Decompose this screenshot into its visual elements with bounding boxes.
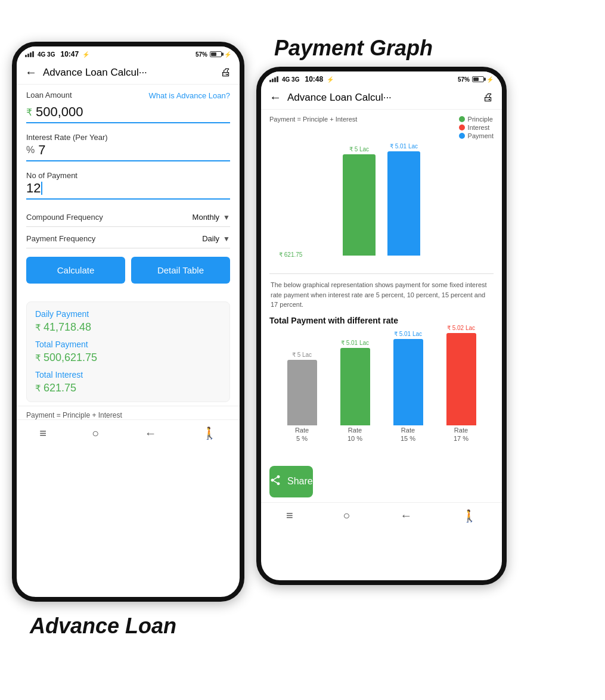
bar-10 [340, 348, 370, 425]
what-is-link[interactable]: What is Advance Loan? [148, 91, 230, 100]
chart1-bars: ₹ 621.75 ₹ 5 Lac ₹ 5.01 Lac [269, 143, 494, 274]
bottom-nav-right: ≡ ○ ← 🚶 [261, 502, 502, 529]
time-left: 10:47 [60, 50, 79, 58]
page-container: 4G 3G 10:47 ⚡ 57% ⚡ ← Advance Loan Calcu… [0, 0, 605, 700]
payment-count-field[interactable]: 12 [26, 181, 230, 200]
right-section: Payment Graph 4G 3G 10:48 ⚡ [256, 18, 593, 602]
legend-principle: Principle [459, 116, 494, 123]
status-left-right: 4G 3G 10:48 ⚡ [269, 75, 334, 83]
loan-amount-value: 500,000 [36, 104, 83, 120]
payment-freq-selector[interactable]: Daily ▼ [202, 234, 230, 243]
nav-back-left[interactable]: ← [145, 427, 157, 440]
status-bar-right: 4G 3G 10:48 ⚡ 57% ⚡ [261, 71, 502, 86]
compound-freq-selector[interactable]: Monthly ▼ [193, 213, 230, 222]
detail-table-button[interactable]: Detail Table [131, 257, 230, 284]
top-section: 4G 3G 10:47 ⚡ 57% ⚡ ← Advance Loan Calcu… [0, 0, 605, 608]
back-button-right[interactable]: ← [269, 91, 281, 104]
rate-17-label: Rate17 % [454, 426, 469, 443]
nav-user-left[interactable]: 🚶 [202, 426, 217, 440]
legend-payment: Payment [459, 132, 494, 139]
nav-menu-left[interactable]: ≡ [39, 427, 46, 440]
total-currency: ₹ [35, 353, 41, 363]
app-title-left: Advance Loan Calcul··· [43, 67, 221, 79]
battery-icon-left [210, 51, 222, 57]
battery-pct-right: 57% [458, 76, 470, 83]
share-icon [269, 474, 281, 489]
back-button-left[interactable]: ← [25, 66, 37, 79]
nav-user-right[interactable]: 🚶 [462, 509, 477, 523]
form-area-left: Loan Amount What is Advance Loan? ₹ 500,… [17, 85, 240, 298]
daily-amount: 41,718.48 [44, 321, 91, 334]
nav-home-left[interactable]: ○ [92, 427, 99, 440]
bar-group-10: ₹ 5.01 Lac Rate10 % [340, 340, 370, 425]
bar-5 [287, 360, 317, 425]
legend-dot-payment [459, 133, 465, 139]
bar-17-label: ₹ 5.02 Lac [447, 325, 475, 331]
calculate-button[interactable]: Calculate [26, 257, 125, 284]
page-title-right: Payment Graph [256, 18, 593, 61]
legend-interest: Interest [459, 124, 494, 131]
action-buttons: Calculate Detail Table [26, 257, 230, 284]
chart2-bars: ₹ 5 Lac Rate5 % ₹ 5.01 Lac Rate10 % [269, 330, 494, 449]
nav-home-right[interactable]: ○ [343, 509, 350, 522]
rate-15-label: Rate15 % [401, 426, 415, 443]
total-payment-label: Total Payment [35, 340, 221, 349]
graph-content: Payment = Principle + Interest Principle… [261, 110, 502, 461]
compound-freq-label: Compound Frequency [26, 213, 103, 222]
interest-amount: 621.75 [44, 382, 76, 394]
total-amount: 500,621.75 [44, 351, 97, 364]
phone-left: 4G 3G 10:47 ⚡ 57% ⚡ ← Advance Loan Calcu… [12, 42, 244, 602]
bar-5-label: ₹ 5 Lac [292, 351, 312, 358]
nav-back-right[interactable]: ← [400, 509, 412, 522]
bar-payment-top-label: ₹ 5.01 Lac [390, 143, 418, 150]
compound-freq-value: Monthly [193, 213, 220, 222]
bar-payment-wrapper: ₹ 5.01 Lac [387, 143, 420, 256]
compound-freq-row[interactable]: Compound Frequency Monthly ▼ [26, 208, 230, 227]
share-button[interactable]: Share [269, 466, 313, 497]
rate-10-label: Rate10 % [348, 426, 362, 443]
bar-10-label: ₹ 5.01 Lac [341, 340, 369, 346]
network-right: 4G 3G [282, 76, 299, 83]
legend-dot-interest [459, 125, 465, 130]
legend-label-payment: Payment [468, 132, 494, 139]
bar-15-label: ₹ 5.01 Lac [394, 331, 422, 337]
interest-field[interactable]: % 7 [26, 142, 230, 161]
status-left: 4G 3G 10:47 ⚡ [25, 50, 89, 58]
print-button-left[interactable]: 🖨 [221, 66, 231, 79]
chart-description: The below graphical representation shows… [269, 280, 494, 310]
status-right-right: 57% ⚡ [458, 76, 494, 83]
text-cursor [41, 182, 42, 195]
bar-principle-top-label: ₹ 5 Lac [349, 146, 369, 153]
loan-amount-field[interactable]: ₹ 500,000 [26, 104, 230, 123]
time-right: 10:48 [305, 75, 323, 83]
print-button-right[interactable]: 🖨 [483, 91, 494, 104]
payment-count-value: 12 [26, 181, 41, 196]
interest-currency: ₹ [35, 383, 41, 394]
bar-15 [393, 339, 423, 425]
loan-amount-prefix: ₹ [26, 107, 32, 118]
legend-label-principle: Principle [468, 116, 493, 123]
payment-freq-label: Payment Frequency [26, 234, 95, 243]
interest-value: 7 [38, 142, 45, 158]
loan-amount-label: Loan Amount [26, 91, 72, 99]
bar-payment [387, 151, 420, 256]
status-bar-left: 4G 3G 10:47 ⚡ 57% ⚡ [17, 46, 240, 61]
share-label: Share [287, 476, 313, 487]
app-bar-left: ← Advance Loan Calcul··· 🖨 [17, 61, 240, 85]
signal-icon-left [25, 51, 34, 57]
chart2-title: Total Payment with different rate [269, 316, 494, 325]
app-title-right: Advance Loan Calcul··· [287, 92, 483, 104]
payment-freq-row[interactable]: Payment Frequency Daily ▼ [26, 229, 230, 248]
rate-5-label: Rate5 % [295, 426, 309, 443]
chart1-bottom-label: ₹ 621.75 [279, 251, 302, 258]
interest-label: Interest Rate (Per Year) [26, 133, 108, 142]
payment-count-label: No of Payment [26, 171, 77, 180]
app-bar-right: ← Advance Loan Calcul··· 🖨 [261, 86, 502, 110]
chart1-equation: Payment = Principle + Interest [269, 116, 357, 123]
nav-menu-right[interactable]: ≡ [286, 509, 293, 522]
bar-principle-wrapper: ₹ 5 Lac [343, 146, 376, 256]
total-payment-value: ₹ 500,621.75 [35, 351, 221, 364]
chart1-header: Payment = Principle + Interest Principle… [269, 116, 494, 139]
legend-label-interest: Interest [468, 124, 490, 131]
signal-icon-right [269, 76, 278, 82]
